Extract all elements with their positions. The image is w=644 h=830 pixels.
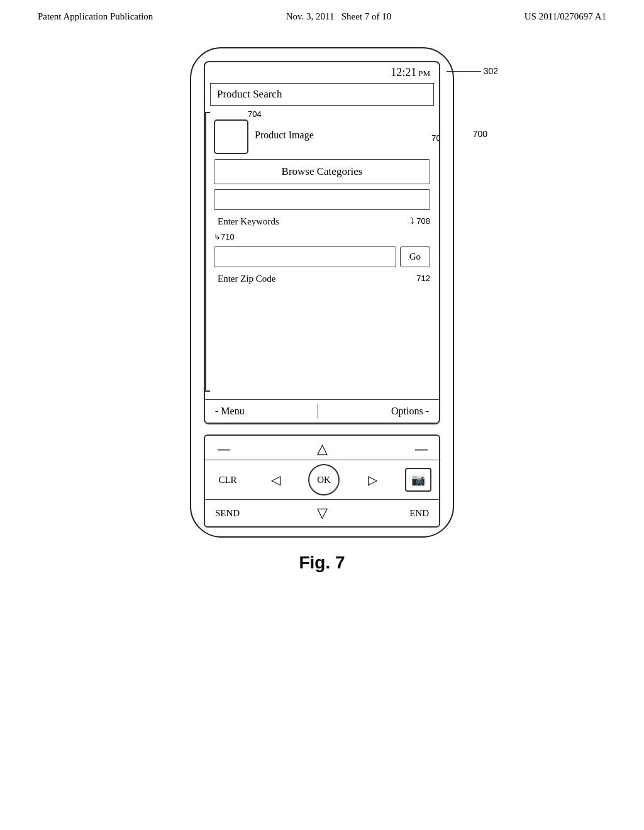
header-left: Patent Application Publication: [38, 11, 153, 22]
product-image-section: 704 Product Image 706: [210, 114, 434, 154]
main-content: 302 700 12:21 PM Product Search 702: [0, 28, 644, 573]
zipcode-input[interactable]: [214, 246, 396, 267]
phone-device: 302 700 12:21 PM Product Search 702: [190, 47, 454, 538]
bracket-left-inner: [205, 112, 210, 392]
left-dash: —: [218, 442, 229, 456]
clr-button[interactable]: CLR: [213, 475, 243, 485]
menu-divider: [318, 404, 319, 418]
zipcode-label: Enter Zip Code: [214, 272, 279, 284]
product-image-box: [214, 119, 248, 154]
keywords-label: Enter Keywords: [214, 215, 283, 227]
end-button[interactable]: END: [391, 508, 429, 519]
zipcode-label-row: Enter Zip Code 712: [210, 272, 434, 284]
left-arrow-button[interactable]: ◁: [271, 472, 280, 487]
product-image-row: Product Image: [210, 119, 434, 154]
down-arrow-button[interactable]: ▽: [317, 505, 328, 521]
keypad-row-top: — △ —: [205, 436, 439, 460]
ampm-display: PM: [418, 69, 430, 79]
patent-header: Patent Application Publication Nov. 3, 2…: [0, 0, 644, 28]
keypad-row-middle: CLR ◁ OK ▷ 📷: [205, 460, 439, 500]
keypad-row-bottom: SEND ▽ END: [205, 500, 439, 526]
app-title: Product Search: [217, 88, 282, 101]
camera-button[interactable]: 📷: [405, 468, 431, 492]
up-arrow-button[interactable]: △: [317, 441, 328, 457]
label-302: 302: [447, 66, 498, 76]
product-image-text: Product Image: [255, 130, 314, 141]
menu-right[interactable]: Options -: [391, 406, 429, 417]
status-bar: 12:21 PM: [205, 62, 439, 80]
keywords-label-row: Enter Keywords ⤵ 708: [210, 215, 434, 227]
label-706: 706: [431, 133, 440, 143]
right-dash: —: [415, 442, 426, 456]
phone-screen: 12:21 PM Product Search 702: [204, 61, 440, 424]
label-700: 700: [473, 129, 487, 139]
scroll-inner: 704 Product Image 706: [210, 112, 434, 287]
camera-icon: 📷: [411, 473, 425, 487]
go-button[interactable]: Go: [400, 246, 430, 267]
header-center: Nov. 3, 2011 Sheet 7 of 10: [286, 11, 392, 22]
send-button[interactable]: SEND: [215, 508, 253, 519]
header-right: US 2011/0270697 A1: [525, 11, 606, 22]
product-image-label-group: Product Image: [255, 119, 314, 141]
scroll-container: 702 704 Product Im: [210, 112, 434, 392]
browse-categories-button[interactable]: Browse Categories: [214, 159, 430, 184]
label-704: 704: [248, 109, 262, 119]
figure-label: Fig. 7: [299, 553, 345, 573]
time-display: 12:21: [391, 66, 416, 79]
label-712: 712: [416, 274, 430, 283]
app-title-bar: Product Search: [210, 83, 434, 106]
menu-bar: - Menu Options -: [205, 399, 439, 423]
zip-go-row: Go: [214, 246, 430, 267]
right-arrow-button[interactable]: ▷: [368, 472, 377, 487]
ok-button[interactable]: OK: [308, 464, 340, 495]
keywords-input-field: [214, 189, 430, 210]
phone-keypad: — △ — CLR ◁ OK ▷ 📷 SEND ▽ END: [204, 434, 440, 528]
menu-left[interactable]: - Menu: [215, 406, 245, 417]
label-710: ↳710: [210, 232, 434, 241]
label-708: ⤵ 708: [410, 216, 430, 226]
